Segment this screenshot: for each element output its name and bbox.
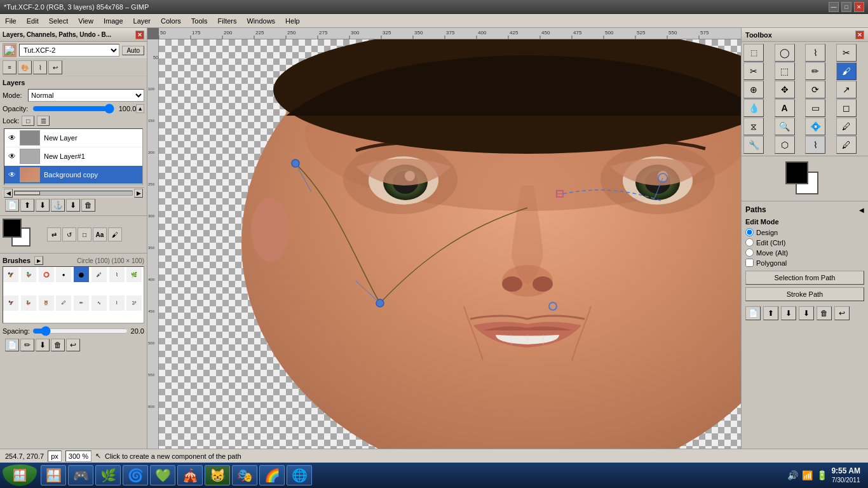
brush-cell[interactable]: ● [56, 267, 71, 282]
merge-layer-btn[interactable]: ⬇ [66, 199, 80, 212]
menu-tools[interactable]: Tools [186, 14, 213, 27]
menu-select[interactable]: Select [44, 14, 74, 27]
brush-cell[interactable]: 🖋 [92, 267, 107, 282]
raise-path-btn[interactable]: ⬆ [763, 306, 778, 320]
lock-alpha-btn[interactable]: ☰ [37, 116, 50, 126]
pencil-tool[interactable]: ✏ [805, 62, 825, 80]
taskbar-app-8[interactable]: 🌈 [259, 465, 285, 485]
brush-cell[interactable]: 🦅 [3, 267, 18, 282]
del-brush-btn[interactable]: 🗑 [51, 339, 65, 351]
scroll-track[interactable] [14, 191, 133, 196]
export-path-btn[interactable]: ↩ [834, 306, 850, 320]
layer-item-selected[interactable]: 👁 Background copy [4, 166, 142, 184]
opacity-slider[interactable] [32, 104, 114, 113]
refresh-brush-btn[interactable]: ↩ [66, 339, 80, 351]
file-selector[interactable]: Tut.XCF-2 [19, 44, 119, 57]
mode-move-radio[interactable] [745, 248, 754, 257]
taskbar-app-4[interactable]: 💚 [150, 465, 175, 485]
dup-path-btn[interactable]: ⬇ [799, 306, 814, 320]
menu-colors[interactable]: Colors [156, 14, 186, 27]
brush-cell[interactable]: ∿ [92, 295, 107, 311]
close-btn[interactable]: ✕ [854, 2, 864, 12]
status-unit[interactable]: px [48, 451, 62, 462]
selection-from-path-btn[interactable]: Selection from Path [745, 271, 864, 285]
path-tool[interactable]: ⌇ [805, 136, 825, 154]
color-box-btn[interactable]: □ [78, 227, 92, 241]
menu-help[interactable]: Help [280, 14, 305, 27]
scissors-tool[interactable]: ✂ [743, 62, 764, 80]
channels-tab-btn[interactable]: 🎨 [18, 60, 32, 74]
mode-edit-radio[interactable] [745, 238, 754, 247]
reset-colors-btn[interactable]: ↺ [62, 227, 76, 241]
edit-brush-btn[interactable]: ✏ [20, 339, 34, 351]
pattern-btn[interactable]: 🖌 [108, 227, 122, 241]
spacing-slider[interactable] [32, 326, 128, 336]
toolbox-close-btn[interactable]: ✕ [855, 30, 864, 39]
taskbar-app-5[interactable]: 🎪 [177, 465, 203, 485]
taskbar-app-9[interactable]: 🌐 [287, 465, 312, 485]
paths-collapse-btn[interactable]: ◀ [859, 207, 864, 214]
fuzzy-select-tool[interactable]: ✂ [836, 44, 857, 62]
dodge-tool[interactable]: 🖊 [836, 118, 857, 135]
scroll-right-btn[interactable]: ▶ [134, 189, 143, 198]
menu-image[interactable]: Image [98, 14, 128, 27]
taskbar-app-1[interactable]: 🎮 [68, 465, 93, 485]
bucket-fill-tool[interactable]: 💧 [743, 99, 764, 117]
canvas-area[interactable]: 50 175 200 225 250 275 300 325 3 [147, 28, 741, 474]
taskbar-app-3[interactable]: 🌀 [123, 465, 148, 485]
taskbar-app-6[interactable]: 😸 [205, 465, 230, 485]
layer-eye-0[interactable]: 👁 [7, 133, 17, 143]
menu-filters[interactable]: Filters [213, 14, 242, 27]
del-path-btn[interactable]: 🗑 [817, 306, 832, 320]
brush-cell[interactable]: 🌿 [126, 267, 142, 282]
brush-cell[interactable]: 🦆 [21, 267, 36, 282]
undo-tab-btn[interactable]: ↩ [48, 60, 62, 74]
ink-tool[interactable]: 🔧 [743, 136, 764, 154]
color-picker-tool[interactable]: 🖊 [836, 136, 857, 154]
mode-select[interactable]: Normal [28, 89, 144, 102]
smudge-tool[interactable]: 💠 [805, 118, 825, 135]
free-select-tool[interactable]: ⌇ [805, 44, 825, 62]
brush-cell[interactable]: 🕊 [126, 295, 142, 311]
brush-cell[interactable]: 🦅 [3, 295, 18, 311]
brush-cell[interactable]: ⌇ [109, 295, 125, 311]
clone-tool[interactable]: ⧖ [743, 118, 764, 135]
maximize-btn[interactable]: □ [841, 2, 851, 12]
brush-cell[interactable]: 🖊 [56, 295, 71, 311]
dup-brush-btn[interactable]: ⬇ [36, 339, 50, 351]
scroll-left-btn[interactable]: ◀ [4, 189, 13, 198]
delete-layer-btn[interactable]: 🗑 [81, 199, 95, 212]
rect-select-tool[interactable]: ⬚ [743, 44, 764, 62]
swap-colors-btn[interactable]: ⇄ [47, 227, 61, 241]
brush-cell[interactable]: 🦉 [39, 295, 54, 311]
paths-tab-btn[interactable]: ⌇ [33, 60, 47, 74]
status-zoom[interactable]: 300 % [65, 451, 92, 462]
brush-cell[interactable]: ✏ [74, 295, 89, 311]
eraser-tool[interactable]: ◻ [836, 99, 857, 117]
foreground-color[interactable] [3, 219, 22, 238]
auto-button[interactable]: Auto [122, 46, 144, 55]
text-tool[interactable]: A [775, 99, 795, 117]
volume-icon[interactable]: 🔊 [787, 470, 798, 480]
lower-path-btn[interactable]: ⬇ [781, 306, 796, 320]
brush-cell-selected[interactable]: ● [74, 267, 89, 282]
menu-view[interactable]: View [73, 14, 98, 27]
taskbar-app-0[interactable]: 🪟 [41, 465, 66, 485]
heal-tool[interactable]: 🔍 [775, 118, 795, 135]
minimize-btn[interactable]: — [829, 2, 839, 12]
lock-pixels-btn[interactable]: □ [22, 116, 34, 126]
stroke-path-btn[interactable]: Stroke Path [745, 287, 864, 301]
taskbar-app-2[interactable]: 🌿 [95, 465, 121, 485]
layer-item[interactable]: 👁 New Layer [4, 129, 142, 147]
new-layer-btn[interactable]: 📄 [5, 199, 19, 212]
rotate-tool[interactable]: ⟳ [805, 81, 825, 98]
mode-design-radio[interactable] [745, 228, 754, 236]
battery-icon[interactable]: 🔋 [817, 470, 827, 480]
new-path-btn[interactable]: 📄 [745, 306, 761, 320]
brush-cell[interactable]: 🦆 [21, 295, 36, 311]
brush-cell[interactable]: ⌇ [109, 267, 125, 282]
menu-windows[interactable]: Windows [241, 14, 280, 27]
new-brush-btn[interactable]: 📄 [5, 339, 19, 351]
ellipse-select-tool[interactable]: ◯ [775, 44, 795, 62]
layers-tab-btn[interactable]: ≡ [3, 60, 17, 74]
